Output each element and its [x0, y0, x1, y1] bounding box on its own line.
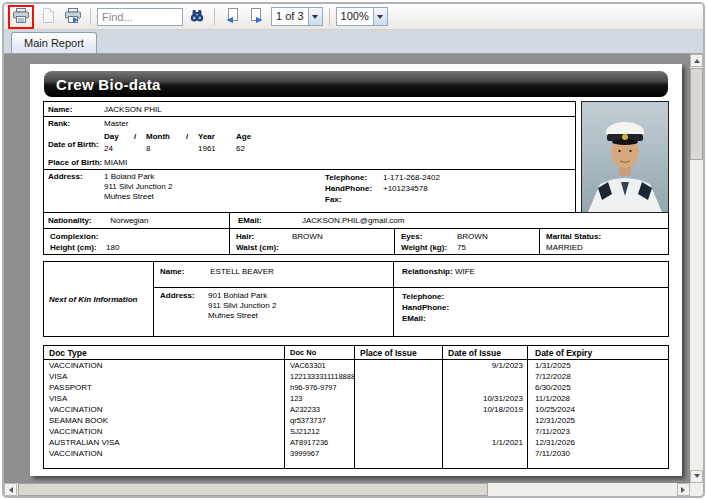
- place-of-issue-cell: [354, 437, 442, 448]
- nationality-row: Nationality: Norwegian EMail: JACKSON.PH…: [43, 212, 669, 229]
- documents-body: VACCINATION VAC63301 9/1/2023 1/31/2025 …: [44, 360, 668, 459]
- doc-row: VACCINATION A232233 10/18/2019 10/25/202…: [44, 404, 668, 415]
- documents-table: Doc Type Doc No Place of Issue Date of I…: [43, 345, 669, 469]
- weight-value: 75: [457, 243, 466, 252]
- place-of-issue-cell: [354, 448, 442, 459]
- scroll-up-button[interactable]: [690, 54, 703, 67]
- prev-page-icon: [225, 8, 239, 26]
- kin-address-label: Address:: [160, 291, 208, 336]
- dob-label: Date of Birth:: [44, 130, 104, 149]
- zoom-combo-dropdown-button[interactable]: [373, 8, 387, 25]
- kin-relationship-value: WIFE: [455, 267, 475, 276]
- date-of-expiry-cell: 7/12/2028: [527, 371, 668, 382]
- kin-address-line: 911 Silvi Junction 2: [208, 301, 276, 311]
- date-of-issue-cell: 1/1/2021: [442, 437, 527, 448]
- zoom-combo[interactable]: 100%: [336, 7, 388, 26]
- toolbar-separator: [329, 8, 330, 25]
- waist-label: Waist (cm):: [230, 242, 292, 253]
- dob-separator: /: [186, 131, 198, 143]
- tab-main-report[interactable]: Main Report: [11, 32, 97, 53]
- horizontal-scroll-thumb[interactable]: [18, 483, 488, 496]
- doc-no-cell: qr5373737: [284, 415, 354, 426]
- dob-year-header: Year: [198, 131, 236, 143]
- date-of-issue-cell: [442, 426, 527, 437]
- dob-year-value: 1961: [198, 143, 236, 155]
- find-next-button[interactable]: [186, 7, 208, 27]
- telephone-value: 1-171-268-2402: [383, 173, 440, 182]
- page-setup-button[interactable]: [62, 7, 84, 27]
- next-page-button[interactable]: [246, 7, 268, 27]
- doc-row: VISA 123 10/31/2023 11/1/2028: [44, 393, 668, 404]
- age-header: Age: [236, 131, 286, 143]
- next-of-kin-block: Next of Kin Information Name: ESTELL BEA…: [43, 261, 669, 337]
- address-line: Mufnes Street: [104, 192, 284, 202]
- doc-type-cell: VACCINATION: [44, 404, 284, 415]
- kin-telephone-label: Telephone:: [402, 291, 460, 302]
- report-content: Name: JACKSON PHIL Rank: Master Date of …: [43, 101, 669, 469]
- date-of-expiry-cell: 12/31/2026: [527, 437, 668, 448]
- handphone-label: HandPhone:: [325, 183, 383, 194]
- doc-row: PASSPORT h96-976-9797 6/30/2025: [44, 382, 668, 393]
- doc-no-cell: AT8917236: [284, 437, 354, 448]
- scroll-down-button[interactable]: [690, 470, 703, 483]
- doc-no-cell: A232233: [284, 404, 354, 415]
- page-number-combo[interactable]: 1 of 3: [271, 7, 323, 26]
- doc-row: VACCINATION VAC63301 9/1/2023 1/31/2025: [44, 360, 668, 371]
- kin-handphone-label: HandPhone:: [402, 302, 460, 313]
- page-combo-dropdown-button[interactable]: [308, 8, 322, 25]
- kin-address-line: Mufnes Street: [208, 311, 276, 321]
- nationality-value: Norwegian: [110, 216, 148, 225]
- vertical-scrollbar[interactable]: [690, 54, 703, 483]
- report-viewport: Crew Bio-data Name: JACKSON PHIL Rank: M…: [4, 54, 703, 496]
- rank-value: Master: [104, 119, 128, 128]
- eyes-value: BROWN: [457, 232, 488, 241]
- printer-setup-icon: [65, 8, 81, 26]
- arrow-right-icon: [681, 487, 688, 493]
- date-of-issue-header: Date of Issue: [442, 346, 527, 360]
- doc-type-cell: VACCINATION: [44, 426, 284, 437]
- date-of-expiry-header: Date of Expiry: [527, 346, 668, 360]
- kin-relationship-label: Relationship:: [402, 267, 453, 276]
- date-of-issue-cell: [442, 382, 527, 393]
- place-of-issue-cell: [354, 393, 442, 404]
- toolbar-separator: [90, 8, 91, 25]
- vertical-scroll-thumb[interactable]: [690, 68, 703, 160]
- export-button[interactable]: [37, 7, 59, 27]
- rank-label: Rank:: [44, 119, 104, 128]
- horizontal-scrollbar[interactable]: [4, 483, 690, 496]
- hair-label: Hair:: [230, 231, 292, 242]
- date-of-issue-cell: 10/31/2023: [442, 393, 527, 404]
- address-line: 911 Silvi Junction 2: [104, 182, 284, 192]
- print-button[interactable]: [10, 7, 32, 27]
- email-value: JACKSON.PHIL@gmail.com: [302, 216, 404, 225]
- scroll-left-button[interactable]: [4, 483, 17, 496]
- date-of-issue-cell: [442, 415, 527, 426]
- dob-day-header: Day: [104, 131, 134, 143]
- doc-type-cell: SEAMAN BOOK: [44, 415, 284, 426]
- hair-value: BROWN: [292, 232, 323, 241]
- kin-email-label: EMail:: [402, 313, 460, 324]
- date-of-expiry-cell: 7/11/2023: [527, 426, 668, 437]
- doc-no-cell: 1221333311118888: [284, 371, 354, 382]
- dob-day-value: 24: [104, 143, 134, 155]
- doc-type-cell: VACCINATION: [44, 360, 284, 371]
- print-button-highlight: [8, 5, 34, 29]
- physical-row: Complexion: Height (cm):180 Hair:BROWN W…: [43, 228, 669, 255]
- scrollbar-corner: [690, 483, 703, 496]
- height-label: Height (cm):: [44, 242, 106, 253]
- place-of-issue-cell: [354, 371, 442, 382]
- eyes-label: Eyes:: [395, 231, 457, 242]
- address-line: 1 Boland Park: [104, 172, 284, 182]
- name-value: JACKSON PHIL: [104, 105, 162, 114]
- doc-no-cell: h96-976-9797: [284, 382, 354, 393]
- nationality-label: Nationality:: [44, 216, 108, 225]
- page-title: Crew Bio-data: [56, 76, 161, 93]
- prev-page-button[interactable]: [221, 7, 243, 27]
- age-value: 62: [236, 143, 286, 155]
- pob-value: MIAMI: [104, 158, 127, 167]
- doc-no-header: Doc No: [284, 346, 354, 360]
- date-of-expiry-cell: 6/30/2025: [527, 382, 668, 393]
- find-input[interactable]: [97, 8, 183, 26]
- next-of-kin-section-label: Next of Kin Information: [44, 262, 154, 336]
- scroll-right-button[interactable]: [677, 483, 690, 496]
